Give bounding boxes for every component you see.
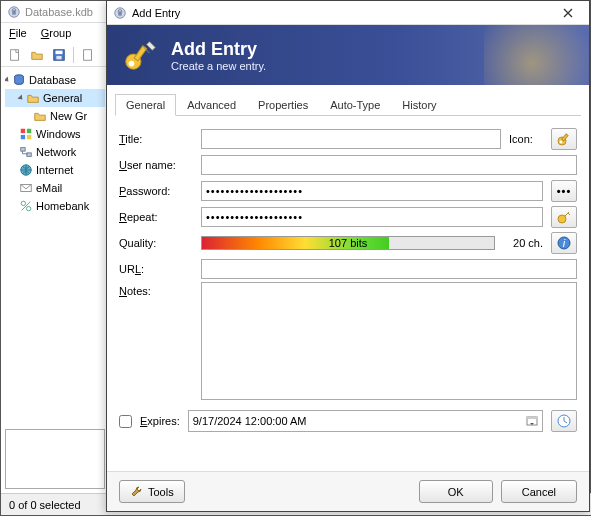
key-pencil-icon: [121, 36, 159, 74]
expires-preset-button[interactable]: [551, 410, 577, 432]
expand-icon: [17, 94, 24, 101]
tab-autotype[interactable]: Auto-Type: [319, 94, 391, 116]
tools-label: Tools: [148, 486, 174, 498]
expires-row: Expires: 9/17/2024 12:00:00 AM: [107, 404, 589, 438]
new-file-button[interactable]: [5, 45, 25, 65]
wrench-icon: [130, 485, 144, 499]
svg-rect-12: [21, 148, 25, 152]
list-panel: [5, 429, 105, 489]
title-input[interactable]: [201, 129, 501, 149]
char-count: 20 ch.: [503, 237, 543, 249]
tree-item-newgroup[interactable]: New Gr: [5, 107, 105, 125]
close-button[interactable]: [553, 3, 583, 23]
network-icon: [19, 145, 33, 159]
quality-meter: 107 bits: [201, 236, 495, 250]
tab-general[interactable]: General: [115, 94, 176, 116]
icon-picker-button[interactable]: [551, 128, 577, 150]
cancel-button[interactable]: Cancel: [501, 480, 577, 503]
svg-rect-30: [527, 417, 537, 419]
dialog-titlebar: Add Entry: [107, 1, 589, 25]
svg-point-26: [558, 215, 566, 223]
username-input[interactable]: [201, 155, 577, 175]
tab-history[interactable]: History: [391, 94, 447, 116]
quality-info-button[interactable]: i: [551, 232, 577, 254]
dialog-header-title: Add Entry: [171, 39, 266, 60]
folder-open-icon: [26, 91, 40, 105]
svg-point-24: [560, 141, 563, 144]
tab-strip: General Advanced Properties Auto-Type Hi…: [115, 93, 581, 116]
tree-item-label: New Gr: [50, 110, 87, 122]
svg-rect-10: [21, 135, 25, 139]
toolbar-extra-button[interactable]: [78, 45, 98, 65]
svg-point-16: [21, 201, 25, 205]
svg-rect-19: [118, 11, 122, 15]
svg-rect-9: [27, 129, 31, 133]
repeat-label: Repeat:: [119, 211, 193, 223]
svg-rect-1: [12, 10, 16, 14]
tree-item-homebank[interactable]: Homebank: [5, 197, 105, 215]
status-text: 0 of 0 selected: [9, 499, 81, 511]
svg-rect-8: [21, 129, 25, 133]
svg-point-21: [129, 61, 135, 67]
tree-item-general[interactable]: General: [5, 89, 105, 107]
key-icon: [556, 131, 572, 147]
main-title: Database.kdb: [25, 6, 93, 18]
password-label: Password:: [119, 185, 193, 197]
expires-date-value: 9/17/2024 12:00:00 AM: [193, 415, 307, 427]
tree-item-label: Windows: [36, 128, 81, 140]
svg-rect-25: [562, 134, 568, 141]
tree-item-label: General: [43, 92, 82, 104]
expand-icon: [5, 76, 11, 83]
windows-icon: [19, 127, 33, 141]
show-password-button[interactable]: •••: [551, 180, 577, 202]
tree-item-network[interactable]: Network: [5, 143, 105, 161]
quality-label: Quality:: [119, 237, 193, 249]
expires-label: Expires:: [140, 415, 180, 427]
url-label: URL:: [119, 263, 193, 275]
svg-rect-2: [11, 49, 19, 60]
tree-root-label: Database: [29, 74, 76, 86]
repeat-input[interactable]: [201, 207, 543, 227]
dialog-footer: Tools OK Cancel: [107, 471, 589, 511]
menu-file[interactable]: File: [9, 27, 27, 39]
ok-button[interactable]: OK: [419, 480, 493, 503]
dialog-header-subtitle: Create a new entry.: [171, 60, 266, 72]
key-gen-icon: [556, 209, 572, 225]
password-input[interactable]: [201, 181, 543, 201]
tree-item-windows[interactable]: Windows: [5, 125, 105, 143]
add-entry-dialog: Add Entry Add Entry Create a new entry. …: [106, 0, 590, 512]
calendar-dropdown-icon: [526, 415, 538, 427]
database-icon: [12, 73, 26, 87]
dialog-title: Add Entry: [132, 7, 180, 19]
date-dropdown-button[interactable]: [524, 413, 540, 429]
menu-group[interactable]: Group: [41, 27, 72, 39]
expires-checkbox[interactable]: [119, 415, 132, 428]
close-icon: [562, 7, 574, 19]
expires-date-field[interactable]: 9/17/2024 12:00:00 AM: [188, 410, 543, 432]
generate-password-button[interactable]: [551, 206, 577, 228]
svg-rect-6: [84, 49, 92, 60]
notes-label: Notes:: [119, 282, 193, 297]
tree-item-label: eMail: [36, 182, 62, 194]
save-button[interactable]: [49, 45, 69, 65]
url-input[interactable]: [201, 259, 577, 279]
tree-item-label: Network: [36, 146, 76, 158]
username-label: User name:: [119, 159, 193, 171]
tools-button[interactable]: Tools: [119, 480, 185, 503]
tree-item-label: Internet: [36, 164, 73, 176]
tree-item-email[interactable]: eMail: [5, 179, 105, 197]
tab-properties[interactable]: Properties: [247, 94, 319, 116]
tab-advanced[interactable]: Advanced: [176, 94, 247, 116]
notes-input[interactable]: [201, 282, 577, 400]
tree-root[interactable]: Database: [5, 71, 105, 89]
clock-icon: [556, 413, 572, 429]
tree-item-internet[interactable]: Internet: [5, 161, 105, 179]
svg-rect-11: [27, 135, 31, 139]
svg-rect-4: [56, 50, 63, 54]
lock-icon: [7, 5, 21, 19]
open-file-button[interactable]: [27, 45, 47, 65]
email-icon: [19, 181, 33, 195]
tree-item-label: Homebank: [36, 200, 89, 212]
title-label: Title:: [119, 133, 193, 145]
tree-panel: Database General New Gr Windows Network …: [5, 71, 105, 215]
